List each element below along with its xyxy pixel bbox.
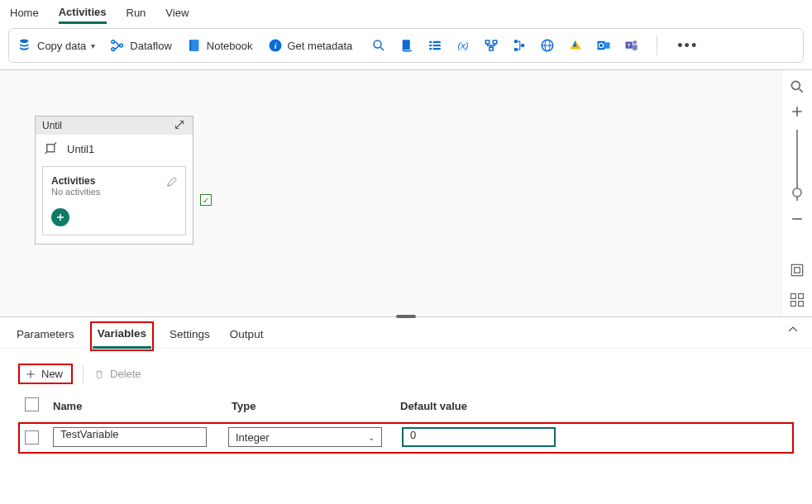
chevron-down-icon: ⌄	[368, 433, 375, 442]
svg-text:(x): (x)	[458, 40, 469, 50]
svg-rect-25	[604, 42, 610, 49]
svg-rect-33	[791, 294, 795, 299]
notebook-icon	[187, 38, 202, 53]
zoom-thumb[interactable]	[792, 188, 802, 197]
pipeline-canvas[interactable]: Until Until1 Activities No activities	[0, 69, 812, 317]
toolbar-container: Copy data ▾ Dataflow Notebook i Get meta…	[0, 25, 812, 69]
svg-rect-36	[798, 302, 803, 307]
svg-rect-18	[490, 47, 494, 50]
layout-icon[interactable]	[789, 292, 805, 308]
properties-panel: Parameters Variables Settings Output New…	[0, 317, 812, 502]
loop-icon	[44, 141, 59, 156]
svg-rect-9	[430, 41, 432, 43]
panel-collapse-icon[interactable]	[787, 324, 799, 338]
svg-rect-11	[430, 45, 432, 46]
svg-text:i: i	[274, 41, 276, 50]
main-tabs: Home Activities Run View	[0, 0, 812, 25]
svg-point-29	[633, 40, 638, 45]
header-name: Name	[53, 400, 232, 412]
search-icon[interactable]	[370, 37, 387, 54]
svg-point-0	[112, 40, 115, 44]
list-icon[interactable]	[427, 37, 443, 54]
dataflow-icon	[110, 38, 125, 53]
chevron-down-icon: ▾	[91, 41, 95, 50]
notebook-button[interactable]: Notebook	[187, 38, 253, 53]
until-name: Until1	[67, 143, 94, 155]
toolbar-icon-group: (x) T	[370, 37, 640, 54]
tab-run[interactable]: Run	[127, 2, 146, 22]
variable-name-input[interactable]: TestVariable	[53, 427, 207, 447]
delete-variable-button[interactable]: Delete	[93, 368, 141, 380]
edit-icon[interactable]	[165, 175, 179, 188]
procedure-icon[interactable]	[511, 37, 528, 54]
variables-toolbar: New Delete	[0, 349, 812, 392]
until-title-row: Until1	[36, 135, 193, 163]
script-icon[interactable]	[399, 37, 415, 54]
svg-point-30	[791, 81, 800, 89]
svg-point-2	[120, 44, 123, 47]
collapse-icon[interactable]	[174, 120, 186, 131]
svg-point-1	[112, 48, 115, 51]
svg-rect-14	[433, 48, 441, 50]
tab-parameters[interactable]: Parameters	[15, 325, 76, 347]
svg-rect-34	[798, 294, 803, 299]
until-activity[interactable]: Until Until1 Activities No activities	[35, 116, 193, 245]
pipeline-icon[interactable]	[483, 37, 499, 54]
function-icon[interactable]	[567, 37, 584, 54]
tab-output[interactable]: Output	[228, 325, 265, 347]
get-metadata-button[interactable]: i Get metadata	[268, 38, 353, 53]
delete-label: Delete	[110, 368, 141, 380]
more-button[interactable]: •••	[674, 37, 701, 55]
activities-label: Activities	[51, 175, 177, 187]
zoom-slider[interactable]	[796, 130, 798, 201]
row-checkbox[interactable]	[25, 430, 39, 445]
header-default-value: Default value	[400, 400, 566, 412]
tab-variables[interactable]: Variables	[93, 324, 151, 349]
svg-rect-16	[486, 40, 490, 44]
outlook-icon[interactable]	[595, 37, 612, 54]
copy-data-button[interactable]: Copy data ▾	[17, 38, 95, 53]
canvas-controls	[781, 70, 812, 316]
canvas-search-icon[interactable]	[789, 78, 805, 95]
header-type: Type	[232, 400, 400, 412]
info-icon: i	[268, 38, 283, 53]
variable-type-select[interactable]: Integer ⌄	[228, 427, 382, 447]
variable-row: TestVariable Integer ⌄ 0	[20, 424, 792, 452]
toolbar-separator	[83, 365, 84, 383]
variable-default-value-input[interactable]: 0	[402, 427, 556, 447]
globe-icon[interactable]	[539, 37, 556, 54]
svg-rect-21	[522, 44, 525, 47]
dataflow-label: Dataflow	[130, 40, 172, 52]
svg-rect-17	[494, 40, 498, 44]
select-all-checkbox[interactable]	[25, 397, 39, 411]
until-header: Until	[36, 116, 193, 135]
tab-activities[interactable]: Activities	[59, 1, 107, 24]
new-label: New	[41, 368, 63, 380]
copy-data-label: Copy data	[37, 40, 86, 52]
svg-point-7	[374, 40, 381, 48]
panel-tabs: Parameters Variables Settings Output	[0, 317, 812, 349]
no-activities-label: No activities	[51, 187, 177, 197]
validation-check-icon: ✓	[200, 194, 212, 206]
dataflow-button[interactable]: Dataflow	[110, 38, 172, 53]
get-metadata-label: Get metadata	[288, 40, 353, 52]
teams-icon[interactable]: T	[623, 37, 640, 54]
fit-screen-icon[interactable]	[789, 262, 805, 278]
tab-view[interactable]: View	[165, 2, 189, 22]
until-header-label: Until	[42, 120, 62, 131]
toolbar-separator	[657, 36, 657, 55]
variable-type-value: Integer	[236, 431, 269, 444]
add-activity-button[interactable]	[51, 208, 69, 226]
svg-rect-32	[794, 268, 800, 273]
trash-icon	[93, 368, 105, 380]
tab-home[interactable]: Home	[10, 2, 39, 22]
zoom-in-button[interactable]	[789, 103, 805, 120]
tab-settings[interactable]: Settings	[168, 325, 212, 347]
new-variable-button[interactable]: New	[18, 364, 73, 384]
svg-rect-8	[403, 40, 410, 50]
svg-rect-20	[514, 48, 518, 51]
database-copy-icon	[17, 38, 32, 53]
zoom-out-button[interactable]	[789, 211, 805, 227]
plus-icon	[25, 368, 36, 380]
variable-icon[interactable]: (x)	[455, 37, 471, 54]
